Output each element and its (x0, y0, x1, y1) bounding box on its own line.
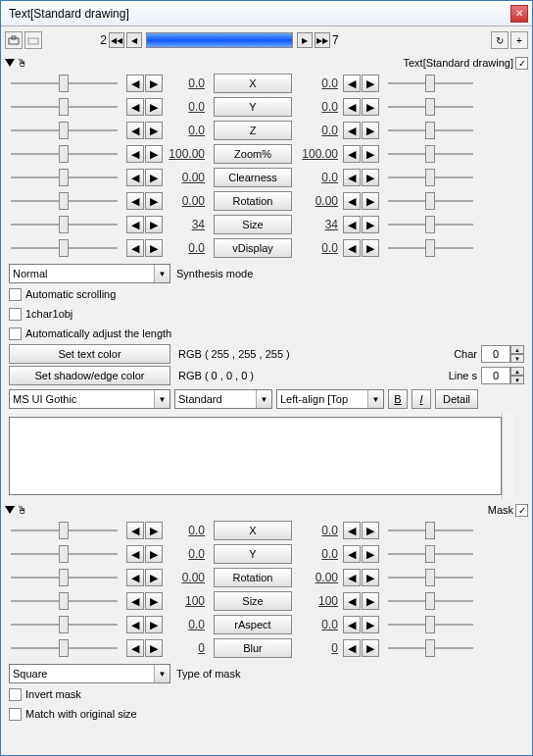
step-right-minus[interactable]: ◀ (343, 169, 361, 186)
step-right-minus[interactable]: ◀ (343, 239, 361, 257)
slider-left[interactable] (5, 522, 123, 539)
param-button[interactable]: Size (214, 215, 292, 234)
slider-right[interactable] (382, 75, 479, 92)
value-right[interactable]: 0.0 (297, 100, 342, 114)
param-button[interactable]: Y (214, 97, 292, 117)
line-up-button[interactable]: ▲ (510, 367, 524, 376)
char-value[interactable]: 0 (481, 345, 510, 363)
value-right[interactable]: 0.0 (297, 171, 342, 184)
step-right-minus[interactable]: ◀ (343, 122, 361, 139)
value-left[interactable]: 100.00 (164, 147, 209, 161)
slider-left[interactable] (5, 639, 123, 657)
slider-right[interactable] (382, 569, 479, 586)
value-right[interactable]: 0 (297, 641, 342, 655)
camera-fx-icon[interactable] (24, 31, 42, 49)
match-size-checkbox[interactable] (9, 708, 22, 721)
value-left[interactable]: 0.0 (164, 124, 209, 137)
value-right[interactable]: 0.0 (297, 618, 342, 631)
step-right-minus[interactable]: ◀ (343, 75, 361, 92)
step-left-minus[interactable]: ◀ (126, 98, 144, 116)
value-left[interactable]: 0.0 (164, 547, 209, 561)
bold-button[interactable]: B (388, 389, 408, 409)
detail-button[interactable]: Detail (435, 389, 478, 409)
param-button[interactable]: Z (214, 121, 292, 140)
step-right-minus[interactable]: ◀ (343, 192, 361, 210)
step-left-minus[interactable]: ◀ (126, 239, 144, 257)
auto-scroll-checkbox[interactable] (9, 288, 22, 301)
char-down-button[interactable]: ▼ (510, 354, 524, 363)
step-right-plus[interactable]: ▶ (362, 616, 379, 633)
frame-current[interactable]: 2 (44, 33, 107, 47)
slider-left[interactable] (5, 145, 123, 163)
step-right-plus[interactable]: ▶ (362, 98, 379, 116)
step-right-minus[interactable]: ◀ (343, 145, 361, 163)
step-right-plus[interactable]: ▶ (362, 192, 379, 210)
slider-left[interactable] (5, 592, 123, 610)
synth-mode-combo[interactable]: Normal▼ (9, 264, 170, 283)
step-right-plus[interactable]: ▶ (362, 75, 379, 92)
step-right-minus[interactable]: ◀ (343, 545, 361, 563)
step-left-minus[interactable]: ◀ (126, 192, 144, 210)
value-right[interactable]: 0.0 (297, 76, 342, 90)
step-left-minus[interactable]: ◀ (126, 569, 144, 586)
char1obj-checkbox[interactable] (9, 308, 22, 321)
step-left-plus[interactable]: ▶ (145, 75, 163, 92)
step-right-minus[interactable]: ◀ (343, 98, 361, 116)
section2-disclosure[interactable] (5, 506, 15, 514)
prev-first-button[interactable]: ◀◀ (109, 32, 124, 48)
invert-mask-checkbox[interactable] (9, 688, 22, 701)
step-left-plus[interactable]: ▶ (145, 639, 163, 657)
step-left-minus[interactable]: ◀ (126, 122, 144, 139)
step-right-plus[interactable]: ▶ (362, 145, 379, 163)
timeline[interactable] (146, 32, 293, 48)
step-left-plus[interactable]: ▶ (145, 522, 163, 539)
reload-icon[interactable]: ↻ (491, 31, 509, 49)
add-icon[interactable]: + (510, 31, 528, 49)
char-up-button[interactable]: ▲ (510, 345, 524, 354)
slider-right[interactable] (382, 616, 479, 633)
italic-button[interactable]: I (412, 389, 431, 409)
step-left-plus[interactable]: ▶ (145, 569, 163, 586)
slider-right[interactable] (382, 216, 479, 233)
slider-right[interactable] (382, 122, 479, 139)
param-button[interactable]: Rotation (214, 191, 292, 211)
value-right[interactable]: 0.0 (297, 547, 342, 561)
value-left[interactable]: 34 (164, 218, 209, 231)
step-right-plus[interactable]: ▶ (362, 639, 379, 657)
value-right[interactable]: 0.0 (297, 124, 342, 137)
textarea-scrollbar[interactable] (502, 413, 513, 499)
step-left-minus[interactable]: ◀ (126, 75, 144, 92)
step-right-minus[interactable]: ◀ (343, 592, 361, 610)
param-button[interactable]: Y (214, 544, 292, 564)
auto-len-checkbox[interactable] (9, 328, 22, 340)
line-value[interactable]: 0 (481, 367, 510, 384)
param-button[interactable]: X (214, 74, 292, 93)
section1-checkbox[interactable]: ✓ (515, 57, 528, 70)
param-button[interactable]: Size (214, 591, 292, 611)
step-left-plus[interactable]: ▶ (145, 592, 163, 610)
text-color-button[interactable]: Set text color (9, 344, 170, 364)
next-last-button[interactable]: ▶▶ (315, 32, 330, 48)
step-left-minus[interactable]: ◀ (126, 169, 144, 186)
param-button[interactable]: X (214, 521, 292, 540)
align-combo[interactable]: Left-align [Top▼ (276, 389, 384, 409)
camera-icon[interactable] (5, 31, 23, 49)
next-button[interactable]: ▶ (297, 32, 313, 48)
close-button[interactable]: ✕ (510, 5, 528, 23)
slider-right[interactable] (382, 592, 479, 610)
step-right-minus[interactable]: ◀ (343, 616, 361, 633)
value-right[interactable]: 0.00 (297, 571, 342, 584)
step-right-plus[interactable]: ▶ (362, 122, 379, 139)
step-right-minus[interactable]: ◀ (343, 522, 361, 539)
step-left-plus[interactable]: ▶ (145, 169, 163, 186)
step-left-minus[interactable]: ◀ (126, 522, 144, 539)
param-button[interactable]: Rotation (214, 568, 292, 587)
section1-disclosure[interactable] (5, 59, 15, 67)
param-button[interactable]: vDisplay (214, 238, 292, 258)
step-left-minus[interactable]: ◀ (126, 545, 144, 563)
value-left[interactable]: 100 (164, 594, 209, 608)
step-left-plus[interactable]: ▶ (145, 239, 163, 257)
param-button[interactable]: rAspect (214, 615, 292, 634)
step-left-plus[interactable]: ▶ (145, 122, 163, 139)
step-right-plus[interactable]: ▶ (362, 569, 379, 586)
